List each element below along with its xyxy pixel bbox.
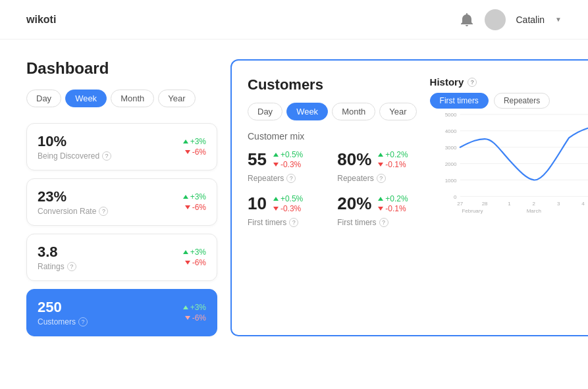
customer-mix-label: Customer mix (248, 131, 417, 142)
arrow-down-icon (273, 163, 279, 167)
delta-up: +3% (183, 137, 206, 146)
mix-deltas: +0.2% -0.1% (378, 194, 408, 213)
mix-value: 80% (337, 149, 371, 170)
mix-item-repeaters-pct: 80% +0.2% -0.1% Repeaters ? (337, 149, 416, 183)
mix-deltas: +0.5% -0.3% (273, 150, 303, 169)
tab-week[interactable]: Week (65, 90, 107, 107)
chart-svg: 5000 4000 3000 2000 1000 0 (430, 109, 588, 214)
customers-panel: Customers Day Week Month Year Customer m… (230, 59, 588, 336)
customers-tab-year[interactable]: Year (379, 103, 416, 120)
customers-tab-day[interactable]: Day (248, 103, 282, 120)
avatar (485, 9, 506, 30)
header-right: Catalin ▼ (460, 9, 562, 30)
arrow-down-icon (185, 205, 190, 209)
tab-day[interactable]: Day (26, 90, 61, 107)
metric-value: 23% (38, 188, 108, 205)
metric-card-customers: 250 Customers ? +3% -6% (26, 289, 217, 336)
delta-down: -6% (185, 203, 206, 212)
history-chart-section: History ? First timers Repeaters 5000 40… (430, 76, 588, 227)
customers-title: Customers (248, 76, 323, 93)
arrow-down-icon (378, 163, 383, 167)
help-icon[interactable]: ? (286, 174, 296, 183)
history-section: History ? First timers Repeaters (430, 76, 588, 109)
mix-label: First timers ? (248, 218, 327, 227)
help-icon[interactable]: ? (102, 151, 111, 161)
arrow-up-icon (183, 250, 188, 254)
svg-text:February: February (462, 208, 483, 214)
arrow-up-icon (183, 195, 188, 199)
delta-up: +0.5% (273, 194, 303, 203)
delta-down: -6% (185, 147, 206, 157)
main-content: Dashboard Day Week Month Year 10% Being … (0, 39, 588, 350)
left-data: Customers Day Week Month Year Customer m… (248, 76, 417, 227)
metric-card-ratings: 3.8 Ratings ? +3% -6% (26, 234, 217, 281)
svg-text:2: 2 (532, 201, 535, 207)
customer-mix-grid: 55 +0.5% -0.3% Repeaters ? 80% (248, 149, 417, 227)
metric-label: Ratings ? (38, 262, 76, 271)
delta-up: +3% (183, 247, 206, 257)
svg-text:1000: 1000 (444, 178, 456, 184)
delta-up: +0.2% (378, 150, 408, 159)
right-content: Customers Day Week Month Year Customer m… (248, 76, 588, 227)
svg-text:28: 28 (481, 201, 487, 207)
customers-period-tabs: Day Week Month Year (248, 103, 417, 120)
delta-down: -0.1% (378, 160, 408, 169)
svg-text:4000: 4000 (444, 128, 456, 134)
help-icon[interactable]: ? (468, 78, 477, 87)
svg-text:3000: 3000 (444, 145, 456, 151)
help-icon[interactable]: ? (78, 317, 88, 326)
metric-value: 3.8 (38, 244, 76, 261)
delta-down: -6% (185, 313, 206, 323)
help-icon[interactable]: ? (289, 218, 298, 227)
metric-label: Customers ? (38, 317, 88, 326)
mix-deltas: +0.2% -0.1% (378, 150, 408, 169)
delta-up: +0.5% (273, 150, 303, 159)
tab-month[interactable]: Month (111, 90, 154, 107)
delta-up: +3% (183, 192, 206, 201)
page-title: Dashboard (26, 59, 217, 78)
arrow-up-icon (183, 305, 188, 309)
arrow-down-icon (185, 316, 190, 320)
metric-left: 23% Conversion Rate ? (38, 188, 108, 216)
help-icon[interactable]: ? (99, 207, 108, 216)
help-icon[interactable]: ? (379, 218, 388, 227)
delta-down: -0.1% (378, 204, 408, 213)
arrow-down-icon (273, 207, 279, 211)
mix-item-firsttimers-pct: 20% +0.2% -0.1% First timers ? (337, 194, 416, 227)
svg-text:4: 4 (581, 201, 585, 207)
tab-year[interactable]: Year (158, 90, 195, 107)
history-tab-repeaters[interactable]: Repeaters (494, 93, 550, 109)
user-menu-chevron-icon[interactable]: ▼ (555, 16, 562, 23)
notification-bell-icon[interactable] (460, 13, 474, 27)
customers-tab-month[interactable]: Month (332, 103, 375, 120)
metric-value: 250 (38, 299, 88, 316)
header: wikoti Catalin ▼ (0, 0, 588, 39)
svg-text:2000: 2000 (444, 161, 456, 167)
history-tabs: First timers Repeaters (430, 93, 550, 109)
arrow-up-icon (378, 153, 383, 157)
delta-down: -0.3% (273, 160, 303, 169)
history-tab-first-timers[interactable]: First timers (430, 93, 489, 109)
history-chart: 5000 4000 3000 2000 1000 0 (430, 109, 588, 217)
period-tabs: Day Week Month Year (26, 90, 217, 107)
help-icon[interactable]: ? (67, 262, 76, 271)
delta-up: +0.2% (378, 194, 408, 203)
logo: wikoti (26, 14, 56, 26)
metric-label: Conversion Rate ? (38, 207, 108, 216)
svg-text:March: March (526, 208, 541, 214)
customers-tab-week[interactable]: Week (286, 103, 328, 120)
svg-text:5000: 5000 (444, 112, 456, 118)
arrow-up-icon (183, 140, 188, 143)
metric-card-conversion-rate: 23% Conversion Rate ? +3% -6% (26, 178, 217, 226)
svg-text:3: 3 (556, 201, 560, 207)
delta-down: -0.3% (273, 204, 303, 213)
history-label: History ? (430, 76, 477, 88)
mix-label: Repeaters ? (337, 174, 416, 183)
help-icon[interactable]: ? (377, 174, 386, 183)
metric-right: +3% -6% (183, 247, 206, 267)
metric-cards: 10% Being Discovered ? +3% -6% 23% Conve… (26, 123, 217, 336)
arrow-down-icon (378, 207, 383, 211)
metric-left: 3.8 Ratings ? (38, 244, 76, 271)
arrow-up-icon (378, 197, 383, 201)
mix-value: 55 (248, 149, 267, 170)
